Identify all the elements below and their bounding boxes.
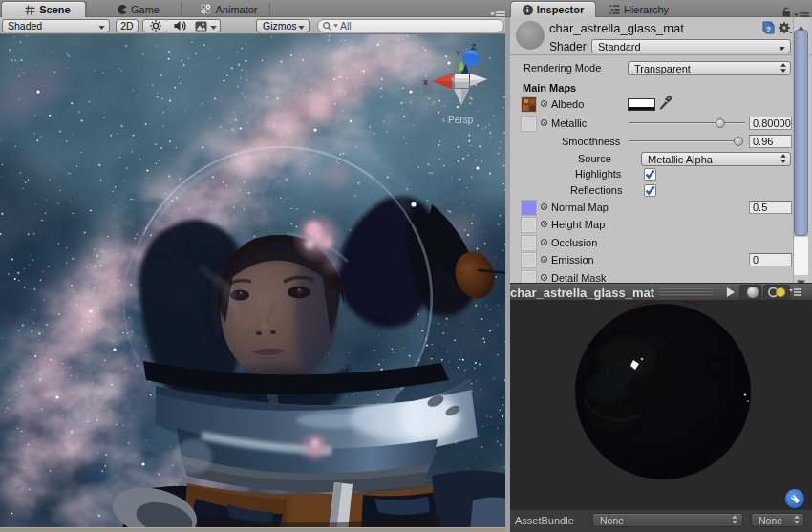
svg-text:Y: Y bbox=[456, 49, 461, 57]
svg-text:x: x bbox=[423, 77, 428, 87]
svg-text:?: ? bbox=[766, 25, 771, 33]
svg-text:‹ Persp: ‹ Persp bbox=[442, 115, 474, 125]
svg-text:Z: Z bbox=[471, 42, 477, 52]
